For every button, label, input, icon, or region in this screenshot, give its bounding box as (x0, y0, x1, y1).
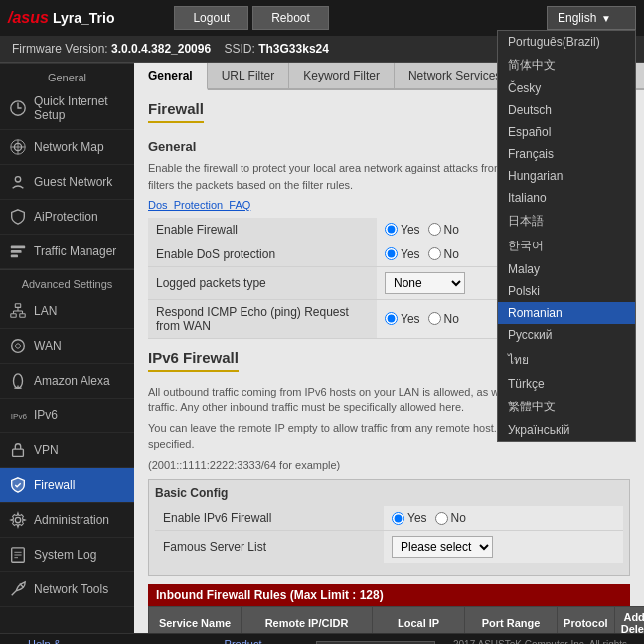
lang-menu-item[interactable]: Malay (498, 258, 635, 280)
tab-keyword-filter[interactable]: Keyword Filter (289, 63, 395, 88)
language-dropdown[interactable]: English ▼ Português(Brazil)简体中文ČeskyDeut… (547, 6, 636, 30)
ipv6-fw-no-label[interactable]: No (435, 511, 466, 525)
lang-menu-item[interactable]: Українській (498, 419, 635, 441)
icmp-yes-radio[interactable] (385, 312, 398, 325)
icmp-no-radio[interactable] (428, 312, 441, 325)
lang-menu-item[interactable]: Türkçe (498, 373, 635, 395)
sidebar-item-ipv6[interactable]: IPv6 IPv6 (0, 399, 134, 433)
lang-menu-item[interactable]: 한국어 (498, 234, 635, 258)
col-port-range: Port Range (465, 607, 558, 634)
firewall-section-title: Firewall (148, 100, 204, 123)
rules-table-header-row: Service Name Remote IP/CIDR Local IP Por… (149, 607, 645, 634)
enable-firewall-yes-label[interactable]: Yes (385, 223, 420, 237)
enable-firewall-no-radio[interactable] (428, 223, 441, 236)
famous-server-select[interactable]: Please select (392, 536, 493, 558)
lang-menu-item[interactable]: 繁體中文 (498, 395, 635, 419)
ipv6-firewall-title: IPv6 Firewall (148, 349, 239, 372)
help-support-link[interactable]: Help & Support (28, 638, 78, 644)
enable-firewall-yes-radio[interactable] (385, 223, 398, 236)
firewall-icon (8, 475, 28, 495)
sidebar-network-tools-label: Network Tools (34, 582, 108, 596)
sidebar: General Quick Internet Setup Network Map… (0, 63, 134, 633)
lang-menu-item[interactable]: Polski (498, 280, 635, 302)
icmp-label: Respond ICMP Echo (ping) Request from WA… (148, 299, 377, 338)
enable-dos-no-radio[interactable] (428, 247, 441, 260)
lang-menu-item[interactable]: Romanian (498, 302, 635, 324)
sidebar-lan-label: LAN (34, 304, 57, 318)
footer-links: ❓ Help & Support Manual | Utility | Feed… (10, 638, 290, 644)
sidebar-item-guest-network[interactable]: Guest Network (0, 165, 134, 200)
lang-menu-item[interactable]: Deutsch (498, 99, 635, 121)
product-name: Lyra_Trio (53, 10, 115, 26)
tab-general[interactable]: General (134, 63, 208, 90)
lang-menu-item[interactable]: Español (498, 121, 635, 143)
svg-rect-6 (11, 246, 25, 249)
sidebar-aiprotection-label: AiProtection (34, 210, 98, 224)
svg-rect-7 (11, 250, 22, 253)
logged-packets-select[interactable]: None Dropped Accepted Both (385, 272, 465, 294)
lang-menu-item[interactable]: ไทย (498, 346, 635, 373)
col-remote-ip: Remote IP/CIDR (242, 607, 373, 634)
lang-menu-item[interactable]: Русский (498, 324, 635, 346)
logo-area: /asus Lyra_Trio (8, 9, 114, 27)
sidebar-item-aiprotection[interactable]: AiProtection (0, 200, 134, 235)
sidebar-item-system-log[interactable]: System Log (0, 538, 134, 572)
enable-dos-yes-radio[interactable] (385, 247, 398, 260)
firmware-label: Firmware Version: (12, 42, 108, 56)
ipv6-fw-yes-radio[interactable] (392, 512, 404, 525)
enable-dos-yes-label[interactable]: Yes (385, 247, 420, 261)
language-button[interactable]: English ▼ (547, 6, 636, 30)
system-log-icon (8, 545, 28, 564)
col-service-name: Service Name (149, 607, 242, 634)
ipv6-icon: IPv6 (8, 405, 28, 425)
administration-icon (8, 510, 28, 530)
sidebar-item-amazon-alexa[interactable]: Amazon Alexa (0, 364, 134, 399)
quick-internet-icon (8, 98, 28, 118)
sidebar-item-administration[interactable]: Administration (0, 503, 134, 538)
enable-ipv6-label: Enable IPv6 Firewall (155, 506, 384, 531)
sidebar-item-vpn[interactable]: VPN (0, 433, 134, 468)
sidebar-item-quick-internet[interactable]: Quick Internet Setup (0, 87, 134, 130)
svg-point-16 (12, 340, 25, 353)
sidebar-item-firewall[interactable]: Firewall (0, 468, 134, 503)
lang-menu-item[interactable]: 简体中文 (498, 53, 635, 78)
ipv6-fw-yes-label[interactable]: Yes (392, 511, 427, 525)
svg-point-22 (15, 517, 20, 522)
svg-rect-21 (13, 449, 24, 456)
sidebar-item-network-map[interactable]: Network Map (0, 130, 134, 165)
reboot-button[interactable]: Reboot (252, 6, 329, 30)
sidebar-item-wan[interactable]: WAN (0, 329, 134, 364)
sidebar-item-lan[interactable]: LAN (0, 294, 134, 329)
tab-url-filter[interactable]: URL Filter (208, 63, 290, 88)
enable-dos-no-label[interactable]: No (428, 247, 459, 261)
ipv6-fw-radio-group: Yes No (392, 511, 615, 525)
sidebar-network-map-label: Network Map (34, 140, 104, 154)
lang-menu-item[interactable]: Français (498, 143, 635, 165)
lang-menu-item[interactable]: 日本語 (498, 209, 635, 234)
sidebar-advanced-title: Advanced Settings (0, 269, 134, 294)
product-reg-link[interactable]: Product Registration (225, 638, 290, 644)
sidebar-item-traffic-manager[interactable]: Traffic Manager (0, 235, 134, 269)
icmp-yes-label[interactable]: Yes (385, 312, 420, 326)
ipv6-fw-no-radio[interactable] (435, 512, 448, 525)
lang-menu-item[interactable]: Hungarian (498, 165, 635, 187)
dos-link[interactable]: Dos_Protection_FAQ (148, 199, 250, 211)
lang-menu-item[interactable]: Italiano (498, 187, 635, 209)
sidebar-quick-internet-label: Quick Internet Setup (34, 94, 126, 122)
svg-rect-10 (11, 314, 16, 318)
lang-menu-item[interactable]: Português(Brazil) (498, 31, 635, 53)
language-menu[interactable]: Português(Brazil)简体中文ČeskyDeutschEspañol… (497, 30, 636, 442)
lang-menu-item[interactable]: Česky (498, 78, 635, 99)
svg-rect-11 (20, 314, 25, 318)
enable-firewall-label: Enable Firewall (148, 218, 377, 242)
lan-icon (8, 301, 28, 321)
header: /asus Lyra_Trio Logout Reboot English ▼ … (0, 0, 644, 36)
sidebar-vpn-label: VPN (34, 443, 59, 457)
firmware-version: 3.0.0.4.382_20096 (111, 42, 211, 56)
logout-button[interactable]: Logout (174, 6, 248, 30)
traffic-manager-icon (8, 242, 28, 261)
enable-firewall-no-label[interactable]: No (428, 223, 459, 237)
sidebar-item-network-tools[interactable]: Network Tools (0, 572, 134, 607)
sidebar-amazon-alexa-label: Amazon Alexa (34, 374, 110, 388)
icmp-no-label[interactable]: No (428, 312, 459, 326)
